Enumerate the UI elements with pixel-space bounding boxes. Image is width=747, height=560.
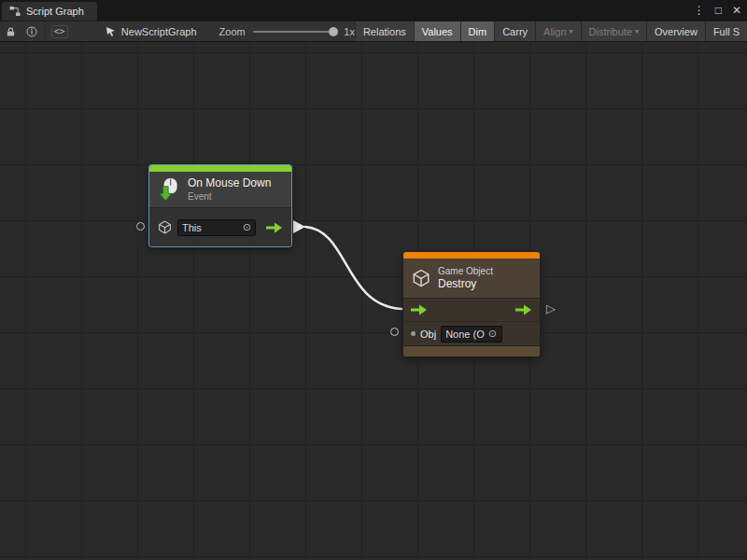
tab-script-graph[interactable]: Script Graph xyxy=(2,2,97,21)
event-accent-bar xyxy=(149,165,291,172)
event-node-title: On Mouse Down xyxy=(188,176,271,189)
value-input-port[interactable] xyxy=(390,328,399,336)
graph-asset-icon xyxy=(106,26,117,37)
event-node-subtitle: Event xyxy=(188,191,271,203)
obj-param-field[interactable]: None (O ⊙ xyxy=(441,326,502,343)
window-maximize-icon[interactable]: □ xyxy=(715,5,722,16)
distribute-label: Distribute xyxy=(589,26,632,37)
window-close-icon[interactable]: ✕ xyxy=(732,5,741,16)
toolbar-divider xyxy=(45,25,46,38)
graph-canvas[interactable]: On Mouse Down Event This ⊙ xyxy=(0,43,747,560)
event-node-header[interactable]: On Mouse Down Event xyxy=(149,172,291,207)
object-picker-icon[interactable]: ⊙ xyxy=(488,329,497,339)
destroy-node-body: Obj None (O ⊙ xyxy=(403,298,540,345)
destroy-node-footer xyxy=(403,345,540,357)
align-label: Align xyxy=(543,26,566,37)
node-on-mouse-down[interactable]: On Mouse Down Event This ⊙ xyxy=(149,165,291,246)
zoom-label: Zoom xyxy=(219,26,246,37)
script-graph-tab-icon xyxy=(9,6,21,17)
zoom-value: 1x xyxy=(344,26,355,37)
fullscreen-button[interactable]: Full S xyxy=(705,21,747,42)
event-node-body: This ⊙ xyxy=(149,207,291,246)
object-picker-icon[interactable]: ⊙ xyxy=(243,222,251,232)
window-controls: ⋮ □ ✕ xyxy=(694,0,741,21)
connection-wire[interactable] xyxy=(0,43,747,560)
event-target-value: This xyxy=(182,222,202,233)
toolbar-buttons: Relations Values Dim Carry Align ▾ Distr… xyxy=(355,21,747,42)
event-target-field[interactable]: This ⊙ xyxy=(177,219,256,236)
graph-name-label: NewScriptGraph xyxy=(121,26,197,37)
align-button[interactable]: Align ▾ xyxy=(535,21,580,42)
control-output-arrow-icon[interactable] xyxy=(266,222,283,233)
value-input-port[interactable] xyxy=(136,222,145,231)
destroy-flow-row xyxy=(403,299,540,321)
zoom-slider[interactable] xyxy=(253,31,337,33)
obj-param-value: None (O xyxy=(445,329,485,340)
destroy-node-title: Destroy xyxy=(438,277,493,290)
control-output-port[interactable]: ▷ xyxy=(546,302,556,315)
dim-button[interactable]: Dim xyxy=(460,21,495,42)
tab-bar: Script Graph ⋮ □ ✕ xyxy=(0,0,747,21)
mouse-down-event-icon xyxy=(157,177,181,202)
chevron-down-icon: ▾ xyxy=(570,28,573,35)
chevron-down-icon: ▾ xyxy=(635,28,639,35)
carry-button[interactable]: Carry xyxy=(494,21,535,42)
window-menu-icon[interactable]: ⋮ xyxy=(694,5,705,16)
relations-button[interactable]: Relations xyxy=(355,21,414,42)
node-destroy[interactable]: Game Object Destroy Obj None (O xyxy=(403,252,540,357)
destroy-node-titles: Game Object Destroy xyxy=(438,266,493,290)
destroy-node-supertitle: Game Object xyxy=(438,266,493,277)
tab-label: Script Graph xyxy=(26,6,84,17)
control-output-arrow-icon[interactable] xyxy=(515,304,532,315)
value-port-dot-icon xyxy=(411,331,416,336)
graph-name-breadcrumb[interactable]: NewScriptGraph xyxy=(106,26,197,37)
info-icon[interactable] xyxy=(21,21,43,42)
destroy-accent-bar xyxy=(403,252,540,259)
zoom-slider-handle[interactable] xyxy=(329,27,338,36)
obj-param-label: Obj xyxy=(420,329,436,340)
game-object-cube-icon xyxy=(158,220,172,234)
code-view-icon[interactable]: <> xyxy=(49,21,70,42)
game-object-cube-icon xyxy=(412,269,430,287)
destroy-param-row: Obj None (O ⊙ xyxy=(403,321,540,345)
values-button[interactable]: Values xyxy=(414,21,460,42)
distribute-button[interactable]: Distribute ▾ xyxy=(581,21,646,42)
lock-icon[interactable] xyxy=(0,21,21,42)
destroy-node-header[interactable]: Game Object Destroy xyxy=(403,259,540,298)
control-input-arrow-icon[interactable] xyxy=(411,304,428,315)
graph-toolbar: <> NewScriptGraph Zoom 1x Relations Valu… xyxy=(0,21,747,42)
event-node-titles: On Mouse Down Event xyxy=(188,176,271,202)
overview-button[interactable]: Overview xyxy=(646,21,705,42)
